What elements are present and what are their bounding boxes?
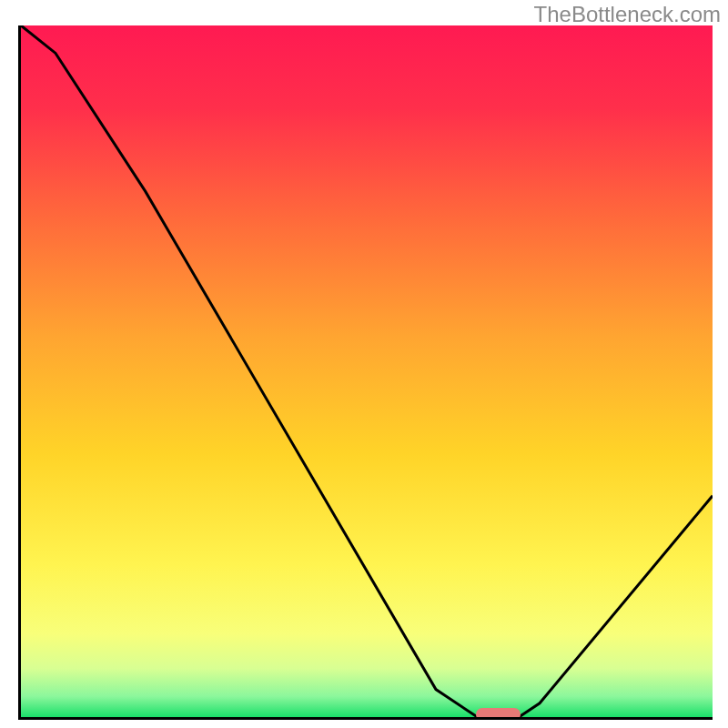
plot-area [18, 25, 713, 720]
optimal-marker [476, 708, 521, 720]
chart-container: TheBottleneck.com [0, 0, 728, 728]
watermark-text: TheBottleneck.com [534, 2, 721, 27]
bottleneck-curve [21, 25, 713, 717]
